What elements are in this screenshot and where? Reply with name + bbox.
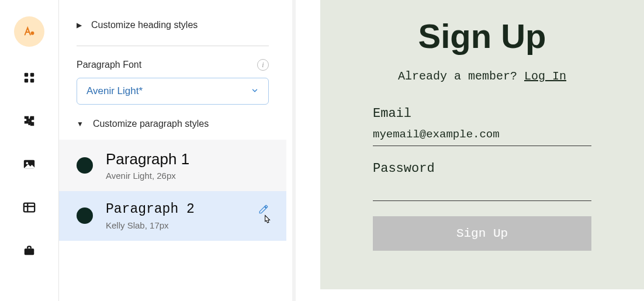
- color-dot: [77, 207, 93, 224]
- email-label: Email: [373, 106, 591, 121]
- paragraph-style-list: Paragraph 1 Avenir Light, 26px Paragraph…: [59, 140, 286, 241]
- svg-rect-10: [25, 248, 34, 255]
- grid-icon[interactable]: [17, 65, 41, 90]
- triangle-right-icon: ▶: [77, 21, 82, 29]
- paragraph-toggle-label: Customize paragraph styles: [93, 119, 209, 129]
- triangle-down-icon: ▼: [77, 120, 84, 128]
- color-dot: [77, 157, 93, 174]
- svg-point-6: [26, 162, 29, 164]
- info-icon[interactable]: i: [257, 59, 269, 71]
- svg-point-0: [31, 32, 34, 35]
- settings-panel: ▶ Customize heading styles Paragraph Fon…: [58, 0, 286, 301]
- font-select-value: Avenir Light*: [86, 85, 143, 97]
- briefcase-icon[interactable]: [17, 238, 41, 263]
- already-member-row: Already a member? Log In: [349, 70, 615, 83]
- svg-rect-2: [30, 73, 34, 77]
- preview-area: Sign Up Already a member? Log In Email P…: [286, 0, 644, 301]
- chevron-down-icon: [251, 87, 259, 96]
- heading-styles-toggle[interactable]: ▶ Customize heading styles: [77, 18, 269, 33]
- style-name: Paragraph 1: [106, 150, 269, 168]
- password-field[interactable]: [373, 179, 591, 201]
- font-select[interactable]: Avenir Light*: [77, 78, 269, 105]
- paragraph-style-2[interactable]: Paragraph 2 Kelly Slab, 17px: [59, 191, 286, 241]
- login-link[interactable]: Log In: [524, 70, 566, 83]
- fonts-icon[interactable]: [14, 16, 44, 47]
- svg-rect-1: [25, 73, 28, 77]
- svg-rect-4: [30, 79, 34, 82]
- frame-border: [292, 0, 296, 301]
- table-icon[interactable]: [17, 195, 41, 220]
- paragraph-font-label: Paragraph Font: [77, 60, 141, 70]
- plugins-icon[interactable]: [17, 109, 41, 133]
- password-label: Password: [373, 161, 591, 176]
- paragraph-styles-toggle[interactable]: ▼ Customize paragraph styles: [77, 116, 269, 132]
- signup-title: Sign Up: [349, 16, 615, 56]
- style-desc: Kelly Slab, 17px: [106, 220, 269, 230]
- image-icon[interactable]: [17, 152, 41, 177]
- email-field[interactable]: [373, 124, 591, 146]
- style-desc: Avenir Light, 26px: [106, 171, 269, 181]
- divider: [77, 46, 269, 46]
- cursor-pointer-icon: [261, 214, 272, 230]
- signup-button[interactable]: Sign Up: [373, 216, 591, 251]
- svg-rect-3: [25, 79, 28, 82]
- svg-rect-7: [24, 203, 34, 212]
- paragraph-style-1[interactable]: Paragraph 1 Avenir Light, 26px: [59, 140, 286, 191]
- heading-toggle-label: Customize heading styles: [91, 20, 198, 30]
- already-member-text: Already a member?: [398, 70, 524, 83]
- style-name: Paragraph 2: [106, 202, 269, 218]
- icon-rail: [0, 0, 58, 301]
- signup-preview: Sign Up Already a member? Log In Email P…: [320, 0, 644, 289]
